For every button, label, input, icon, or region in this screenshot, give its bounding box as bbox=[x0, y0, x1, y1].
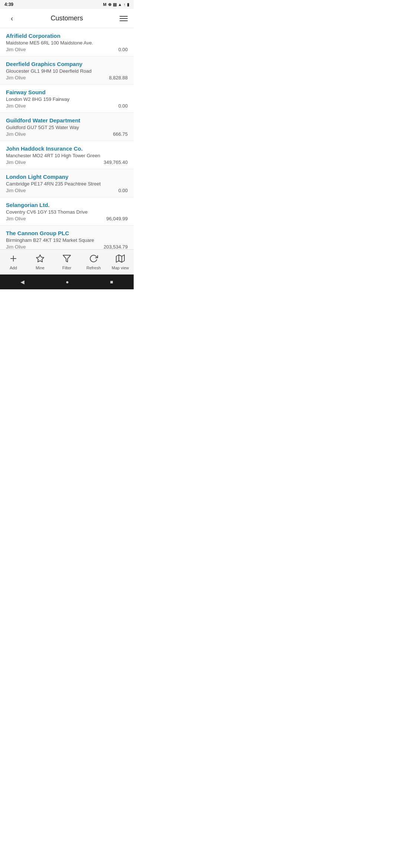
customer-rep: Jim Olive bbox=[6, 47, 26, 52]
customer-name: London Light Company bbox=[6, 174, 128, 180]
customer-rep: Jim Olive bbox=[6, 160, 26, 165]
customer-name: Selangorian Ltd. bbox=[6, 202, 128, 208]
customer-item[interactable]: The Cannon Group PLCBirmingham B27 4KT 1… bbox=[0, 226, 134, 249]
refresh-icon bbox=[89, 254, 98, 264]
map-icon bbox=[116, 254, 125, 264]
customer-item[interactable]: Deerfield Graphics CompanyGloucester GL1… bbox=[0, 56, 134, 85]
system-back-button[interactable]: ◀ bbox=[20, 279, 25, 285]
system-home-button[interactable]: ● bbox=[66, 279, 69, 285]
customer-footer: Jim Olive0.00 bbox=[6, 188, 128, 193]
customer-balance: 96,049.99 bbox=[106, 216, 128, 221]
customer-name: Afrifield Corporation bbox=[6, 33, 128, 39]
customer-footer: Jim Olive8,828.88 bbox=[6, 75, 128, 80]
customer-address: Manchester MO2 4RT 10 High Tower Green bbox=[6, 153, 128, 158]
customer-rep: Jim Olive bbox=[6, 75, 26, 80]
plus-icon bbox=[9, 254, 18, 264]
menu-line-2 bbox=[120, 18, 128, 19]
nav-item-mapview[interactable]: Map view bbox=[107, 254, 134, 270]
signal-icon: ↑ bbox=[124, 2, 126, 7]
status-time: 4:39 bbox=[4, 2, 13, 7]
customer-address: Birmingham B27 4KT 192 Market Square bbox=[6, 237, 128, 243]
customer-address: Cambridge PE17 4RN 235 Peachtree Street bbox=[6, 181, 128, 187]
customer-balance: 0.00 bbox=[118, 188, 128, 193]
nav-label-mapview: Map view bbox=[112, 266, 129, 270]
customer-name: Fairway Sound bbox=[6, 89, 128, 95]
menu-line-3 bbox=[120, 20, 128, 21]
customer-item[interactable]: Guildford Water DepartmentGuildford GU7 … bbox=[0, 113, 134, 141]
customer-rep: Jim Olive bbox=[6, 244, 26, 249]
customer-balance: 666.75 bbox=[113, 131, 128, 137]
customer-address: London W2 8HG 159 Fairway bbox=[6, 96, 128, 102]
sim-icon: ▤ bbox=[113, 2, 117, 7]
customer-address: Gloucester GL1 9HM 10 Deerfield Road bbox=[6, 68, 128, 74]
customer-rep: Jim Olive bbox=[6, 131, 26, 137]
status-icons: M ⊕ ▤ ▲ ↑ ▮ bbox=[103, 2, 129, 7]
customer-item[interactable]: Afrifield CorporationMaidstone ME5 6RL 1… bbox=[0, 28, 134, 56]
hotspot-icon: ⊕ bbox=[108, 2, 111, 7]
nav-label-mine: Mine bbox=[36, 266, 45, 270]
nav-item-filter[interactable]: Filter bbox=[53, 254, 80, 270]
customer-item[interactable]: London Light CompanyCambridge PE17 4RN 2… bbox=[0, 169, 134, 197]
customer-name: Guildford Water Department bbox=[6, 117, 128, 124]
svg-marker-4 bbox=[116, 255, 124, 262]
menu-button[interactable] bbox=[116, 13, 128, 24]
menu-line-1 bbox=[120, 16, 128, 17]
customer-balance: 8,828.88 bbox=[109, 75, 128, 80]
nav-item-refresh[interactable]: Refresh bbox=[80, 254, 107, 270]
page-title: Customers bbox=[18, 14, 116, 22]
customer-name: Deerfield Graphics Company bbox=[6, 61, 128, 67]
customer-name: John Haddock Insurance Co. bbox=[6, 145, 128, 152]
svg-marker-2 bbox=[36, 255, 44, 262]
customer-footer: Jim Olive96,049.99 bbox=[6, 216, 128, 221]
status-bar: 4:39 M ⊕ ▤ ▲ ↑ ▮ bbox=[0, 0, 134, 9]
customer-footer: Jim Olive0.00 bbox=[6, 103, 128, 109]
customer-footer: Jim Olive0.00 bbox=[6, 47, 128, 52]
customer-balance: 349,765.40 bbox=[104, 160, 128, 165]
star-icon bbox=[36, 254, 45, 264]
top-bar: ‹ Customers bbox=[0, 9, 134, 28]
back-arrow-icon: ‹ bbox=[11, 14, 13, 23]
customer-item[interactable]: John Haddock Insurance Co.Manchester MO2… bbox=[0, 141, 134, 169]
back-button[interactable]: ‹ bbox=[6, 13, 18, 24]
customer-list: Afrifield CorporationMaidstone ME5 6RL 1… bbox=[0, 28, 134, 249]
customer-address: Maidstone ME5 6RL 100 Maidstone Ave. bbox=[6, 40, 128, 46]
customer-item[interactable]: Fairway SoundLondon W2 8HG 159 FairwayJi… bbox=[0, 85, 134, 113]
gmail-icon: M bbox=[103, 2, 106, 7]
customer-footer: Jim Olive666.75 bbox=[6, 131, 128, 137]
nav-label-add: Add bbox=[10, 266, 17, 270]
battery-icon: ▮ bbox=[127, 2, 129, 7]
nav-label-refresh: Refresh bbox=[87, 266, 101, 270]
customer-balance: 203,534.79 bbox=[104, 244, 128, 249]
nav-item-add[interactable]: Add bbox=[0, 254, 27, 270]
customer-name: The Cannon Group PLC bbox=[6, 230, 128, 236]
customer-rep: Jim Olive bbox=[6, 188, 26, 193]
customer-rep: Jim Olive bbox=[6, 216, 26, 221]
system-recents-button[interactable]: ■ bbox=[110, 279, 113, 285]
nav-label-filter: Filter bbox=[62, 266, 71, 270]
customer-footer: Jim Olive349,765.40 bbox=[6, 160, 128, 165]
customer-address: Guildford GU7 5GT 25 Water Way bbox=[6, 125, 128, 130]
bottom-nav: AddMineFilterRefreshMap view bbox=[0, 249, 134, 274]
filter-icon bbox=[62, 254, 71, 264]
customer-address: Coventry CV6 1GY 153 Thomas Drive bbox=[6, 209, 128, 215]
wifi-icon: ▲ bbox=[118, 2, 122, 7]
system-bar: ◀ ● ■ bbox=[0, 274, 134, 289]
nav-item-mine[interactable]: Mine bbox=[27, 254, 53, 270]
customer-balance: 0.00 bbox=[118, 47, 128, 52]
customer-item[interactable]: Selangorian Ltd.Coventry CV6 1GY 153 Tho… bbox=[0, 197, 134, 226]
customer-balance: 0.00 bbox=[118, 103, 128, 109]
customer-rep: Jim Olive bbox=[6, 103, 26, 109]
customer-footer: Jim Olive203,534.79 bbox=[6, 244, 128, 249]
svg-marker-3 bbox=[63, 255, 71, 262]
